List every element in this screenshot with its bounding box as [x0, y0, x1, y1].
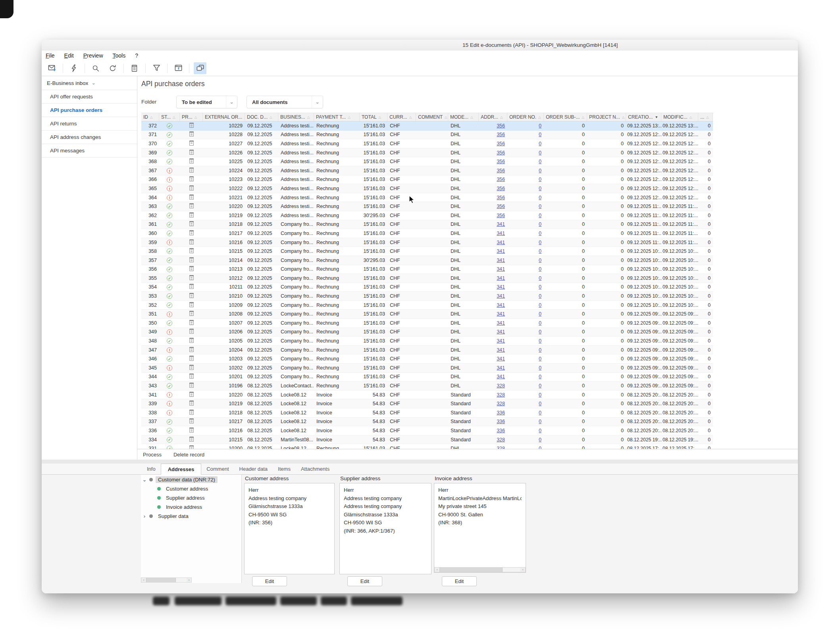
- tab-info[interactable]: Info: [142, 464, 161, 474]
- order-no-link[interactable]: 0: [539, 186, 541, 191]
- order-no-link[interactable]: 0: [539, 231, 541, 236]
- order-no-link[interactable]: 0: [539, 365, 541, 371]
- address-link[interactable]: 341: [497, 258, 505, 263]
- order-no-link[interactable]: 0: [539, 123, 541, 129]
- table-row[interactable]: 350✓1020709.12.2025Company fro...Rechnun…: [141, 319, 713, 328]
- column-header-creatio[interactable]: CREATIO...▼: [626, 113, 661, 121]
- address-link[interactable]: 341: [497, 302, 505, 308]
- order-no-link[interactable]: 0: [539, 266, 541, 272]
- order-no-link[interactable]: 0: [539, 311, 541, 317]
- table-row[interactable]: 351!1020809.12.2025Company fro...Rechnun…: [141, 310, 713, 319]
- table-row[interactable]: 359!1021609.12.2025Company fro...Rechnun…: [141, 238, 713, 247]
- scroll-right-arrow-icon[interactable]: ›: [187, 578, 191, 582]
- address-link[interactable]: 336: [497, 410, 505, 416]
- address-link[interactable]: 341: [497, 356, 505, 362]
- order-no-link[interactable]: 0: [539, 347, 541, 353]
- tab-addresses[interactable]: Addresses: [161, 464, 201, 475]
- column-header-project-n[interactable]: PROJECT N...△: [587, 113, 626, 121]
- column-header-id[interactable]: ID△: [141, 113, 159, 121]
- order-no-link[interactable]: 0: [539, 446, 541, 449]
- menu-tools[interactable]: Tools: [113, 52, 126, 59]
- table-row[interactable]: 365!1022209.12.2025Address testi...Rechn…: [141, 184, 713, 193]
- address-link[interactable]: 341: [497, 329, 505, 335]
- folder-dropdown[interactable]: To be edited ⌄: [176, 96, 237, 108]
- address-link[interactable]: 341: [497, 231, 505, 236]
- address-link[interactable]: 356: [497, 132, 505, 137]
- order-no-link[interactable]: 0: [539, 383, 541, 389]
- address-link[interactable]: 341: [497, 293, 505, 299]
- address-link[interactable]: 341: [497, 374, 505, 379]
- order-no-link[interactable]: 0: [539, 419, 541, 424]
- order-no-link[interactable]: 0: [539, 356, 541, 362]
- table-row[interactable]: 355✓1021209.12.2025Company fro...Rechnun…: [141, 274, 713, 283]
- table-row[interactable]: 363✓1022009.12.2025Address testi...Rechn…: [141, 202, 713, 211]
- sidebar-item-api-offer-requests[interactable]: API offer requests: [42, 90, 137, 104]
- table-row[interactable]: 366!1022309.12.2025Address testi...Rechn…: [141, 175, 713, 185]
- table-row[interactable]: 360✓1021709.12.2025Company fro...Rechnun…: [141, 229, 713, 238]
- order-no-link[interactable]: 0: [539, 284, 541, 290]
- edit-button[interactable]: Edit: [252, 576, 287, 586]
- column-header-busines[interactable]: BUSINES...△: [278, 113, 314, 121]
- chevron-down-icon[interactable]: ⌄: [141, 477, 148, 483]
- address-link[interactable]: 356: [497, 213, 505, 218]
- sidebar-item-api-messages[interactable]: API messages: [42, 144, 137, 158]
- address-link[interactable]: 341: [497, 221, 505, 227]
- scrollbar-thumb[interactable]: [146, 578, 176, 582]
- column-header-modific[interactable]: MODIFIC...△: [661, 113, 698, 121]
- order-no-link[interactable]: 0: [539, 437, 541, 443]
- order-no-link[interactable]: 0: [539, 240, 541, 245]
- address-link[interactable]: 341: [497, 275, 505, 281]
- tab-attachments[interactable]: Attachments: [296, 464, 335, 474]
- table-row[interactable]: 341!1022008.12.2025Locke08.12Invoice54.8…: [141, 391, 713, 400]
- address-link[interactable]: 341: [497, 248, 505, 254]
- table-row[interactable]: 331✓1020008.12.2025Locke08.12Rechnung15'…: [141, 444, 713, 449]
- scrollbar-thumb[interactable]: [439, 568, 503, 572]
- column-header-payment-t[interactable]: PAYMENT T...△: [314, 113, 360, 121]
- address-horizontal-scrollbar[interactable]: ‹›: [434, 567, 526, 572]
- window-stack-icon[interactable]: [194, 62, 206, 74]
- address-link[interactable]: 356: [497, 123, 505, 129]
- column-header-pr[interactable]: PR...△: [180, 113, 203, 121]
- table-row[interactable]: 358✓1021509.12.2025Company fro...Rechnun…: [141, 247, 713, 256]
- address-link[interactable]: 341: [497, 365, 505, 371]
- column-header-order-sub[interactable]: ORDER SUB-...△: [544, 113, 587, 121]
- order-no-link[interactable]: 0: [539, 338, 541, 344]
- window-flash-icon[interactable]: [172, 62, 185, 74]
- column-header-total[interactable]: TOTAL△: [360, 113, 387, 121]
- order-no-link[interactable]: 0: [539, 302, 541, 308]
- address-link[interactable]: 356: [497, 186, 505, 191]
- tree-item-supplier-data[interactable]: ›Supplier data: [141, 512, 241, 520]
- table-row[interactable]: 362✓1021909.12.2025Address testi...Rechn…: [141, 211, 713, 220]
- chevron-right-icon[interactable]: ›: [141, 513, 148, 519]
- tree-horizontal-scrollbar[interactable]: ‹ ›: [141, 577, 192, 583]
- order-no-link[interactable]: 0: [539, 177, 541, 182]
- sidebar-header[interactable]: E-Business inbox ⌄: [42, 76, 137, 90]
- column-header-external-or[interactable]: EXTERNAL OR...△: [203, 113, 245, 121]
- table-row[interactable]: 343✓1019608.12.2025LockeContact...Rechnu…: [141, 381, 713, 391]
- menu-preview[interactable]: Preview: [83, 52, 103, 59]
- table-row[interactable]: 338!1021808.12.2025Locke08.12Invoice54.8…: [141, 408, 713, 418]
- order-no-link[interactable]: 0: [539, 213, 541, 218]
- order-no-link[interactable]: 0: [539, 320, 541, 326]
- address-link[interactable]: 356: [497, 168, 505, 173]
- address-link[interactable]: 328: [497, 392, 505, 398]
- lightning-icon[interactable]: [67, 62, 80, 74]
- column-header-item[interactable]: ...△: [698, 113, 713, 121]
- table-row[interactable]: 352✓1020909.12.2025Company fro...Rechnun…: [141, 301, 713, 310]
- table-row[interactable]: 339!1021908.12.2025Locke08.12Invoice54.8…: [141, 399, 713, 408]
- table-row[interactable]: 336✓1021608.12.2025Locke08.12Invoice54.8…: [141, 426, 713, 435]
- menu-help[interactable]: ?: [135, 52, 138, 59]
- address-link[interactable]: 328: [497, 383, 505, 389]
- address-link[interactable]: 341: [497, 311, 505, 317]
- table-row[interactable]: 364!1022109.12.2025Address testi...Rechn…: [141, 193, 713, 202]
- table-row[interactable]: 349!1020609.12.2025Company fro...Rechnun…: [141, 328, 713, 337]
- address-link[interactable]: 341: [497, 266, 505, 272]
- edit-button[interactable]: Edit: [347, 576, 382, 586]
- documents-filter-dropdown[interactable]: All documents ⌄: [247, 96, 323, 108]
- order-no-link[interactable]: 0: [539, 410, 541, 416]
- tree-item-customer-data-dnr-72[interactable]: ⌄Customer data (DNR:72): [141, 475, 241, 484]
- table-row[interactable]: 354✓1021109.12.2025Company fro...Rechnun…: [141, 283, 713, 292]
- order-no-link[interactable]: 0: [539, 293, 541, 299]
- address-link[interactable]: 336: [497, 419, 505, 424]
- order-no-link[interactable]: 0: [539, 204, 541, 209]
